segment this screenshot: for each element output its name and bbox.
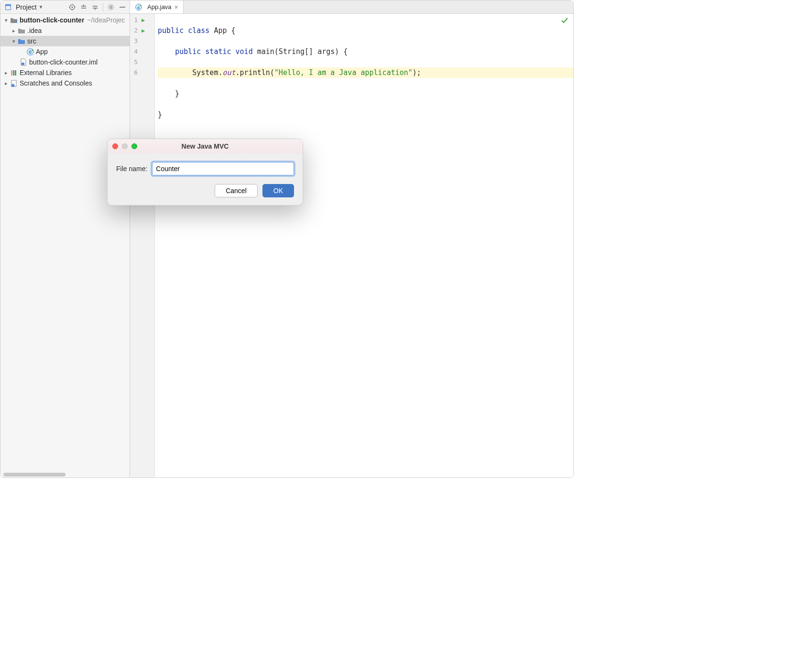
- ok-button[interactable]: OK: [262, 184, 294, 197]
- scrollbar-thumb[interactable]: [3, 473, 65, 477]
- tree-app-file[interactable]: c App: [0, 46, 130, 57]
- cancel-button[interactable]: Cancel: [215, 184, 258, 197]
- chevron-right-icon[interactable]: ▸: [11, 28, 17, 33]
- chevron-down-icon[interactable]: ▾: [3, 17, 9, 23]
- project-folder-icon: [10, 16, 18, 24]
- gear-icon[interactable]: [106, 2, 116, 12]
- source-folder-icon: [18, 37, 25, 45]
- file-name-input[interactable]: [152, 162, 294, 175]
- code-content[interactable]: public class App { public static void ma…: [155, 14, 573, 477]
- inspection-ok-icon[interactable]: [561, 17, 568, 24]
- libraries-icon: [10, 69, 18, 76]
- tree-root-label: button-click-counter: [20, 16, 84, 24]
- file-name-label: File name:: [116, 165, 147, 173]
- gutter-line[interactable]: 1▶: [130, 15, 154, 25]
- expand-all-icon[interactable]: [78, 2, 89, 12]
- tree-root-path: ~/IdeaProjec: [87, 16, 125, 24]
- new-java-mvc-dialog: New Java MVC File name: Cancel OK: [107, 139, 303, 206]
- tool-window-title-text: Project: [16, 3, 37, 11]
- dialog-buttons: Cancel OK: [116, 184, 294, 197]
- tab-label: App.java: [147, 3, 172, 11]
- editor-area: c App.java × 1▶ 2▶ 3 4 5 6 public class …: [130, 0, 573, 477]
- svg-point-4: [110, 6, 112, 8]
- dialog-title: New Java MVC: [108, 142, 303, 150]
- gutter-line[interactable]: 6: [130, 67, 154, 78]
- chevron-down-icon[interactable]: ▾: [11, 38, 17, 44]
- tool-window-header: Project ▼: [0, 0, 130, 14]
- code-editor[interactable]: 1▶ 2▶ 3 4 5 6 public class App { public …: [130, 14, 573, 477]
- tree-idea[interactable]: ▸ .idea: [0, 25, 130, 36]
- tree-ext-libs[interactable]: ▸ External Libraries: [0, 67, 130, 78]
- svg-rect-9: [22, 63, 24, 65]
- separator: [103, 3, 103, 11]
- project-tool-window: Project ▼ ▾: [0, 0, 130, 477]
- svg-rect-12: [15, 70, 16, 76]
- svg-text:c: c: [29, 49, 32, 54]
- dialog-body: File name: Cancel OK: [108, 153, 303, 205]
- tree-scratches-label: Scratches and Consoles: [20, 79, 92, 87]
- svg-rect-10: [11, 70, 12, 76]
- run-icon[interactable]: ▶: [142, 15, 145, 25]
- svg-rect-1: [6, 4, 11, 6]
- svg-text:c: c: [137, 5, 140, 10]
- svg-rect-6: [15, 21, 17, 23]
- chevron-down-icon: ▼: [39, 4, 44, 10]
- horizontal-scrollbar[interactable]: [0, 472, 130, 477]
- java-class-icon: c: [26, 48, 34, 55]
- tree-idea-label: .idea: [27, 27, 42, 34]
- scratches-icon: [10, 79, 18, 87]
- java-class-icon: c: [135, 3, 142, 11]
- project-tool-title[interactable]: Project ▼: [2, 2, 45, 12]
- gutter-line[interactable]: 5: [130, 57, 154, 67]
- collapse-all-icon[interactable]: [90, 2, 100, 12]
- gutter-line[interactable]: 4: [130, 46, 154, 57]
- run-icon[interactable]: ▶: [142, 25, 145, 36]
- editor-tabs: c App.java ×: [130, 0, 573, 14]
- chevron-right-icon[interactable]: ▸: [3, 70, 9, 76]
- tree-iml-label: button-click-counter.iml: [29, 58, 98, 66]
- module-file-icon: [20, 58, 27, 66]
- close-icon[interactable]: ×: [174, 3, 178, 11]
- tree-root[interactable]: ▾ button-click-counter ~/IdeaProjec: [0, 15, 130, 25]
- tree-src-label: src: [27, 37, 36, 45]
- svg-rect-5: [120, 7, 125, 8]
- editor-gutter: 1▶ 2▶ 3 4 5 6: [130, 14, 155, 477]
- dialog-titlebar[interactable]: New Java MVC: [108, 139, 303, 153]
- tree-ext-libs-label: External Libraries: [20, 69, 72, 76]
- tree-iml[interactable]: button-click-counter.iml: [0, 57, 130, 67]
- hide-icon[interactable]: [117, 2, 128, 12]
- folder-icon: [18, 27, 25, 34]
- project-tree[interactable]: ▾ button-click-counter ~/IdeaProjec ▸ .i…: [0, 14, 130, 472]
- gutter-line[interactable]: 3: [130, 36, 154, 46]
- locate-icon[interactable]: [67, 2, 77, 12]
- tree-src[interactable]: ▾ src: [0, 36, 130, 46]
- svg-point-3: [72, 6, 73, 8]
- tree-scratches[interactable]: ▸ Scratches and Consoles: [0, 78, 130, 88]
- tree-app-label: App: [36, 48, 48, 55]
- tab-app-java[interactable]: c App.java ×: [130, 0, 184, 13]
- chevron-right-icon[interactable]: ▸: [3, 80, 9, 86]
- file-name-row: File name:: [116, 162, 294, 175]
- svg-rect-11: [13, 70, 14, 76]
- gutter-line[interactable]: 2▶: [130, 25, 154, 36]
- tool-window-icon: [4, 3, 12, 11]
